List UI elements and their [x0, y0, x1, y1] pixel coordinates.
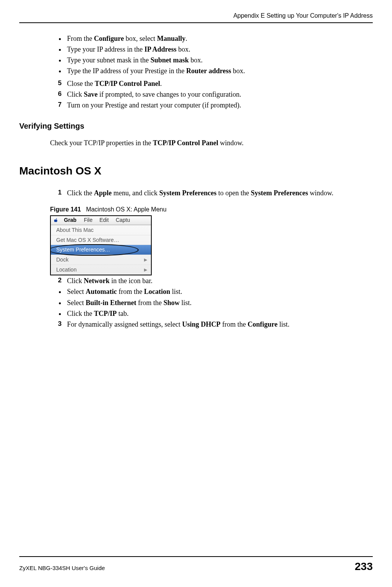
text: in the icon bar. [109, 277, 152, 285]
text: box, select [124, 35, 157, 42]
text: Type your subnet mask in the [67, 56, 151, 64]
menubar-item: Edit [96, 216, 112, 224]
step-number: 5 [50, 79, 67, 88]
osx-step-1: 1 Click the Apple menu, and click System… [50, 188, 369, 198]
bold-text: TCP/IP [94, 310, 117, 317]
bold-text: Built-in Ethernet [85, 299, 136, 307]
text: From the [67, 35, 94, 42]
text: Turn on your Prestige and restart your c… [67, 101, 241, 109]
menu-label: Dock [56, 256, 69, 263]
text: . [160, 80, 162, 87]
text: Select [67, 288, 85, 295]
menu-row-dock: Dock▶ [51, 255, 151, 265]
submenu-arrow-icon: ▶ [144, 267, 147, 273]
text: Select [67, 299, 85, 307]
menu-label: System Preferences… [56, 246, 110, 253]
text: Click [67, 91, 84, 98]
top-bullet-list: From the Configure box, select Manually.… [65, 34, 369, 76]
step-number: 6 [50, 90, 67, 99]
text: if prompted, to save changes to your con… [98, 91, 241, 98]
figure-label: Figure 141 [50, 206, 81, 213]
text: tab. [117, 310, 129, 317]
text: menu, and click [112, 189, 159, 197]
bold-text: Save [84, 91, 98, 98]
bold-text: TCP/IP Control Panel [95, 80, 160, 87]
text: Type your IP address in the [67, 45, 144, 53]
osx-step-2: 2 Click Network in the icon bar. [50, 276, 369, 285]
text: from the [117, 288, 144, 295]
text: list. [278, 320, 290, 328]
bold-text: Automatic [85, 288, 117, 295]
bullet-item: Click the TCP/IP tab. [65, 309, 369, 318]
menu-row-getsoftware: Get Mac OS X Software… [51, 235, 151, 245]
bold-text: Configure [94, 35, 124, 42]
footer-page-number: 233 [355, 559, 373, 574]
text: window. [218, 139, 244, 147]
menu-row-location: Location▶ [51, 265, 151, 275]
bullet-item: Type your subnet mask in the Subnet mask… [65, 55, 369, 65]
bold-text: System Preferences [159, 189, 216, 197]
footer-guide-title: ZyXEL NBG-334SH User's Guide [19, 564, 105, 572]
osx-sub-bullets: Select Automatic from the Location list.… [65, 287, 369, 318]
text: from the [220, 320, 247, 328]
step-number: 3 [50, 320, 67, 329]
step-body: Turn on your Prestige and restart your c… [67, 101, 369, 110]
bold-text: Show [163, 299, 179, 307]
figure-apple-menu: Grab File Edit Captu About This Mac Get … [50, 215, 152, 275]
text: . [186, 35, 188, 42]
menu-label: Get Mac OS X Software… [56, 236, 119, 244]
text: to open the [216, 189, 251, 197]
page-footer: ZyXEL NBG-334SH User's Guide 233 [19, 556, 373, 574]
text: box. [189, 56, 203, 64]
step-number: 7 [50, 101, 67, 110]
step-body: Click Network in the icon bar. [67, 276, 369, 285]
menubar-item: Captu [112, 216, 133, 224]
text: Type the IP address of your Prestige in … [67, 67, 186, 75]
menu-label: About This Mac [56, 226, 94, 234]
step-5: 5 Close the TCP/IP Control Panel. [50, 79, 369, 88]
bold-text: Apple [94, 189, 112, 197]
text: from the [136, 299, 163, 307]
page-header: Appendix E Setting up Your Computer's IP… [19, 12, 373, 22]
menu-label: Location [56, 266, 77, 273]
text: box. [231, 67, 245, 75]
text: Click [67, 277, 84, 285]
osx-step-3: 3 For dynamically assigned settings, sel… [50, 320, 369, 329]
step-body: Click the Apple menu, and click System P… [67, 188, 369, 198]
bold-text: Manually [157, 35, 186, 42]
step-number: 2 [50, 276, 67, 285]
bold-text: Subnet mask [151, 56, 189, 64]
bold-text: Router address [186, 67, 231, 75]
bold-text: Location [144, 288, 170, 295]
step-body: Close the TCP/IP Control Panel. [67, 79, 369, 88]
text: list. [180, 299, 192, 307]
text: Click the [67, 310, 94, 317]
bullet-item: Type your IP address in the IP Address b… [65, 45, 369, 54]
text: window. [308, 189, 333, 197]
step-7: 7 Turn on your Prestige and restart your… [50, 101, 369, 110]
step-number: 1 [50, 188, 67, 198]
bold-text: Configure [248, 320, 278, 328]
menubar-item: File [80, 216, 96, 224]
text: Close the [67, 80, 95, 87]
menu-row-system-preferences: System Preferences… [51, 245, 151, 255]
bold-text: IP Address [144, 45, 176, 53]
apple-dropdown: About This Mac Get Mac OS X Software… Sy… [51, 225, 151, 275]
bullet-item: Type the IP address of your Prestige in … [65, 66, 369, 75]
figure-caption: Figure 141 Macintosh OS X: Apple Menu [50, 205, 369, 214]
header-rule [19, 22, 373, 23]
apple-icon [52, 217, 60, 224]
text: Check your TCP/IP properties in the [50, 139, 153, 147]
footer-rule [19, 556, 373, 557]
bullet-item: From the Configure box, select Manually. [65, 34, 369, 43]
bullet-item: Select Automatic from the Location list. [65, 287, 369, 296]
text: list. [170, 288, 182, 295]
page-content: From the Configure box, select Manually.… [19, 34, 373, 329]
bold-text: System Preferences [251, 189, 308, 197]
step-body: For dynamically assigned settings, selec… [67, 320, 369, 329]
heading-macintosh-osx: Macintosh OS X [19, 164, 369, 178]
step-6: 6 Click Save if prompted, to save change… [50, 90, 369, 99]
text: Click the [67, 189, 94, 197]
menubar-app-name: Grab [60, 216, 80, 224]
mac-menubar: Grab File Edit Captu [51, 216, 151, 225]
